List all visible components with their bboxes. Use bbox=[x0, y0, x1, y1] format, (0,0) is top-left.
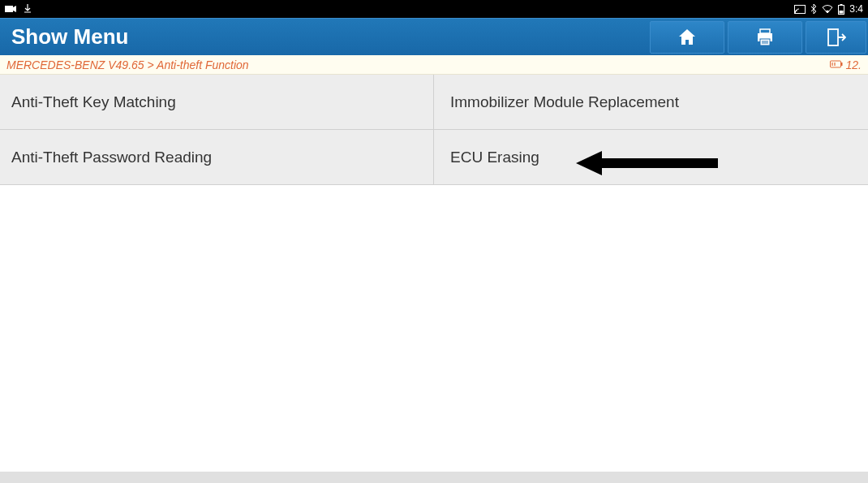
wifi-icon bbox=[822, 5, 833, 14]
breadcrumb: MERCEDES-BENZ V49.65 > Anti-theft Functi… bbox=[6, 58, 249, 71]
exit-button[interactable] bbox=[806, 21, 866, 54]
svg-rect-5 bbox=[840, 11, 844, 14]
menu-item-label: ECU Erasing bbox=[450, 149, 539, 166]
status-time: 3:4 bbox=[849, 3, 863, 15]
menu-item-ecu-erasing[interactable]: ECU Erasing bbox=[434, 130, 868, 185]
home-icon bbox=[677, 27, 698, 48]
bottom-bar bbox=[0, 472, 868, 483]
menu-item-anti-theft-key-matching[interactable]: Anti-Theft Key Matching bbox=[0, 75, 434, 130]
printer-icon bbox=[754, 27, 776, 48]
exit-icon bbox=[827, 27, 846, 48]
menu-item-anti-theft-password-reading[interactable]: Anti-Theft Password Reading bbox=[0, 130, 434, 185]
bluetooth-icon bbox=[810, 4, 817, 14]
cast-icon bbox=[794, 5, 806, 14]
header: Show Menu bbox=[0, 18, 868, 55]
breadcrumb-bar: MERCEDES-BENZ V49.65 > Anti-theft Functi… bbox=[0, 55, 868, 75]
menu-item-label: Immobilizer Module Replacement bbox=[450, 93, 679, 111]
menu-grid: Anti-Theft Key Matching Immobilizer Modu… bbox=[0, 75, 868, 185]
home-button[interactable] bbox=[650, 21, 724, 54]
svg-rect-2 bbox=[795, 5, 806, 13]
camera-icon bbox=[5, 5, 16, 13]
breadcrumb-right: 12. bbox=[830, 58, 862, 71]
svg-rect-6 bbox=[760, 29, 770, 33]
battery-icon bbox=[838, 4, 844, 15]
page-title: Show Menu bbox=[11, 24, 128, 50]
header-buttons bbox=[650, 21, 868, 54]
print-button[interactable] bbox=[728, 21, 802, 54]
breadcrumb-value: 12. bbox=[846, 58, 862, 71]
svg-rect-13 bbox=[840, 63, 842, 66]
status-left bbox=[5, 4, 32, 14]
svg-rect-11 bbox=[828, 29, 838, 45]
download-icon bbox=[23, 4, 32, 14]
menu-item-label: Anti-Theft Key Matching bbox=[11, 93, 176, 111]
battery-indicator-icon bbox=[830, 58, 843, 71]
status-bar: 3:4 bbox=[0, 0, 868, 18]
svg-marker-1 bbox=[13, 6, 16, 12]
svg-rect-8 bbox=[760, 39, 770, 45]
menu-item-label: Anti-Theft Password Reading bbox=[11, 149, 212, 166]
menu-item-immobilizer-module-replacement[interactable]: Immobilizer Module Replacement bbox=[434, 75, 868, 130]
status-right: 3:4 bbox=[794, 3, 863, 15]
svg-rect-0 bbox=[5, 6, 13, 12]
